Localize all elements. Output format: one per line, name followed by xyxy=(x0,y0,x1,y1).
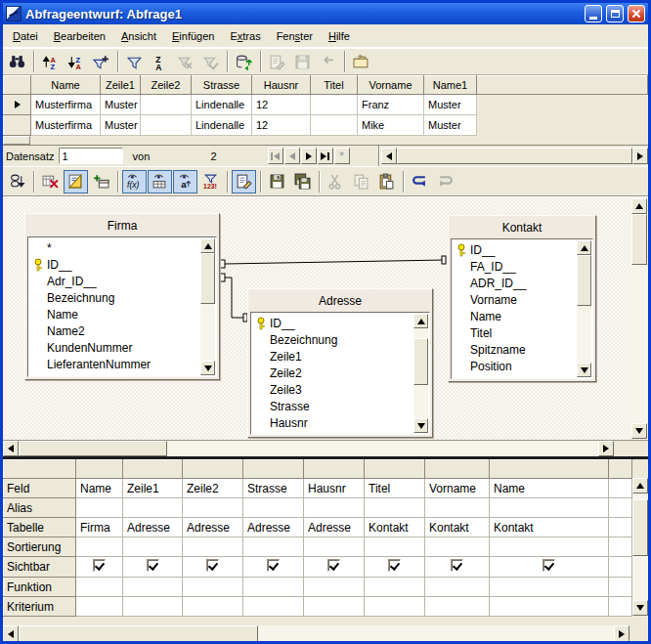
scroll-left-button[interactable] xyxy=(3,625,19,642)
scroll-down-button[interactable] xyxy=(200,361,215,375)
table-window-adresse[interactable]: Adresse ID__ Bezeichnung Zeile1 Zeile2 Z… xyxy=(247,288,433,438)
field-row[interactable]: Titel xyxy=(452,324,576,341)
autofilter-button[interactable] xyxy=(89,50,113,73)
field-row[interactable]: Name2 xyxy=(28,322,199,339)
column-header[interactable]: Name1 xyxy=(424,76,477,95)
field-row[interactable]: Name xyxy=(452,308,576,324)
grid-column-header[interactable] xyxy=(425,460,490,479)
visible-checkbox[interactable] xyxy=(147,559,159,572)
scroll-thumb[interactable] xyxy=(200,253,215,304)
field-row[interactable]: Zeile1 xyxy=(251,348,412,365)
cut-button[interactable] xyxy=(324,170,348,193)
undo-data-entry-button[interactable] xyxy=(316,50,340,73)
menu-datei[interactable]: Datei xyxy=(5,27,46,45)
grid-column-header[interactable] xyxy=(609,460,632,479)
refresh-button[interactable] xyxy=(232,50,256,73)
field-row[interactable]: Position xyxy=(452,358,576,374)
field-row[interactable]: Adr_ID__ xyxy=(28,273,199,289)
record-position-input[interactable] xyxy=(59,148,123,164)
field-list-scrollbar[interactable] xyxy=(577,240,591,377)
scroll-right-button[interactable] xyxy=(598,441,614,456)
grid-column-header[interactable] xyxy=(490,460,609,479)
field-row[interactable]: * xyxy=(28,239,199,256)
design-vertical-scrollbar[interactable] xyxy=(631,198,647,439)
copy-button[interactable] xyxy=(349,170,373,193)
column-header[interactable]: Strasse xyxy=(192,76,252,95)
standard-filter-button[interactable] xyxy=(122,50,147,73)
functions-button[interactable]: f(x) xyxy=(122,170,147,193)
scroll-down-button[interactable] xyxy=(577,363,591,377)
previous-record-button[interactable] xyxy=(284,148,300,164)
visible-checkbox[interactable] xyxy=(542,559,555,572)
menu-einfuegen[interactable]: Einfügen xyxy=(164,27,222,45)
scroll-track[interactable] xyxy=(258,625,614,642)
minimize-button[interactable] xyxy=(585,5,602,22)
column-header[interactable]: Hausnr xyxy=(252,76,311,95)
new-record-button[interactable]: * xyxy=(334,148,350,164)
paste-button[interactable] xyxy=(374,170,399,193)
grid-column-header[interactable] xyxy=(183,460,243,479)
field-row[interactable]: ID__ xyxy=(452,241,576,258)
table-name-button[interactable] xyxy=(148,170,172,193)
field-row[interactable]: Name xyxy=(28,306,199,322)
column-header[interactable]: Zeile2 xyxy=(141,76,192,95)
menu-hilfe[interactable]: Hilfe xyxy=(321,27,358,45)
field-row[interactable]: Bezeichnung xyxy=(251,331,412,348)
scroll-thumb[interactable] xyxy=(577,255,591,306)
table-title[interactable]: Kontakt xyxy=(451,218,593,238)
apply-filter-button[interactable] xyxy=(198,50,223,73)
scroll-up-button[interactable] xyxy=(200,238,215,253)
scroll-thumb[interactable] xyxy=(19,625,258,642)
save-record-button[interactable] xyxy=(290,50,315,73)
visible-checkbox[interactable] xyxy=(267,559,280,572)
titlebar[interactable]: Abfrageentwurf: Abfrage1 xyxy=(3,3,648,24)
sort-descending-button[interactable]: ZA xyxy=(64,50,88,73)
data-source-button[interactable] xyxy=(349,50,373,73)
field-row[interactable]: Strasse xyxy=(251,398,412,414)
table-title[interactable]: Adresse xyxy=(250,291,430,312)
field-row[interactable]: Hausnr xyxy=(251,414,412,431)
menu-bearbeiten[interactable]: Bearbeiten xyxy=(46,27,113,45)
grid-column-header[interactable] xyxy=(123,460,183,479)
table-window-firma[interactable]: Firma * ID__ Adr_ID__ Bezeichnung Name N… xyxy=(24,213,220,380)
grid-vertical-scrollbar[interactable] xyxy=(632,478,648,616)
design-view-button[interactable] xyxy=(64,170,88,193)
close-button[interactable] xyxy=(628,5,645,22)
undo-button[interactable] xyxy=(408,170,432,193)
scroll-thumb[interactable] xyxy=(397,148,632,164)
field-row[interactable]: KundenNummer xyxy=(28,339,199,356)
sort-order-button[interactable]: ZA xyxy=(148,50,172,73)
scroll-left-button[interactable] xyxy=(3,441,19,456)
next-record-button[interactable] xyxy=(301,148,317,164)
design-horizontal-scrollbar[interactable] xyxy=(3,440,648,456)
field-row[interactable]: LieferantenNummer xyxy=(28,356,199,372)
row-header[interactable] xyxy=(4,115,31,136)
grid-column-header[interactable] xyxy=(365,460,425,479)
field-row[interactable]: Bezeichnung xyxy=(28,289,199,306)
field-row[interactable]: Zeile2 xyxy=(251,365,412,381)
add-table-button[interactable] xyxy=(89,170,113,193)
field-row[interactable]: Vorname xyxy=(452,291,576,308)
menu-fenster[interactable]: Fenster xyxy=(269,27,321,45)
scroll-down-button[interactable] xyxy=(631,423,647,439)
scroll-thumb[interactable] xyxy=(631,214,647,265)
table-window-kontakt[interactable]: Kontakt ID__ FA_ID__ ADR_ID__ Vorname Na… xyxy=(448,215,596,382)
sort-ascending-button[interactable]: AZ xyxy=(38,50,63,73)
scroll-right-button[interactable] xyxy=(614,625,629,642)
scroll-down-button[interactable] xyxy=(632,600,648,616)
scroll-up-button[interactable] xyxy=(413,314,428,328)
visible-checkbox[interactable] xyxy=(451,559,463,572)
clear-query-button[interactable] xyxy=(38,170,63,193)
run-query-button[interactable] xyxy=(5,170,29,193)
field-row[interactable]: Spitzname xyxy=(452,341,576,358)
distinct-values-button[interactable]: 123! xyxy=(198,170,223,193)
grid-column-header[interactable] xyxy=(76,460,123,479)
scroll-right-button[interactable] xyxy=(632,148,648,164)
field-row[interactable]: ID__ xyxy=(251,315,412,331)
visible-checkbox[interactable] xyxy=(206,559,219,572)
scroll-left-button[interactable] xyxy=(381,148,397,164)
field-row[interactable]: Postfach xyxy=(251,431,412,435)
find-record-button[interactable] xyxy=(5,50,29,73)
save-button[interactable] xyxy=(265,170,289,193)
field-list-scrollbar[interactable] xyxy=(413,314,428,433)
